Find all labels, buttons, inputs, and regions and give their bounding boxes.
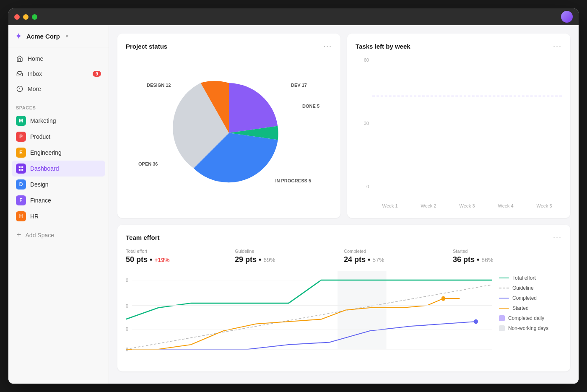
dev-label: DEV 17 bbox=[291, 83, 307, 88]
sidebar-header[interactable]: ✦ Acme Corp ▾ bbox=[8, 25, 109, 47]
bar-y-axis: 60 30 0 bbox=[356, 57, 371, 189]
week2-label: Week 2 bbox=[411, 203, 446, 208]
stat-total-effort-value: 50 pts • +19% bbox=[126, 255, 226, 264]
bar-group-week2 bbox=[411, 57, 446, 189]
legend-box-non-working bbox=[499, 325, 505, 331]
legend-non-working: Non-working days bbox=[499, 325, 562, 331]
sidebar-item-hr[interactable]: H HR bbox=[12, 208, 105, 224]
sidebar-item-design[interactable]: D Design bbox=[12, 177, 105, 192]
effort-title: Team effort bbox=[126, 234, 160, 241]
stat-guideline-value: 29 pts • 69% bbox=[235, 255, 335, 264]
design-label: Design bbox=[30, 181, 49, 188]
more-icon bbox=[16, 85, 23, 93]
sidebar-item-finance[interactable]: F Finance bbox=[12, 192, 105, 208]
sidebar-item-home[interactable]: Home bbox=[12, 52, 105, 66]
inbox-badge: 9 bbox=[93, 71, 101, 77]
legend-box-completed-daily bbox=[499, 315, 505, 321]
project-status-menu[interactable]: ··· bbox=[323, 42, 332, 51]
pie-chart-container: DEV 17 DONE 5 IN PROGRESS 5 OPEN 36 DESI bbox=[126, 57, 332, 208]
avatar[interactable] bbox=[561, 11, 573, 23]
charts-row: Project status ··· bbox=[117, 34, 570, 218]
bar-group-week4 bbox=[488, 57, 523, 189]
logo-icon: ✦ bbox=[15, 31, 22, 41]
tasks-by-week-card: Tasks left by week ··· 60 30 0 bbox=[347, 34, 570, 218]
tasks-header: Tasks left by week ··· bbox=[356, 42, 562, 51]
bar-pair-week1 bbox=[380, 57, 400, 189]
svg-line-8 bbox=[126, 285, 492, 349]
stat-started: Started 36 pts • 86% bbox=[453, 249, 562, 264]
stat-completed-value: 24 pts • 57% bbox=[344, 255, 444, 264]
finance-icon: F bbox=[16, 195, 26, 205]
svg-text:50: 50 bbox=[126, 278, 128, 283]
spaces-list: M Marketing P Product E Engineering bbox=[8, 113, 109, 224]
design-label: DESIGN 12 bbox=[147, 83, 171, 88]
legend-label-total-effort: Total effort bbox=[512, 275, 536, 281]
svg-rect-5 bbox=[19, 169, 21, 171]
stat-completed: Completed 24 pts • 57% bbox=[344, 249, 453, 264]
week3-label: Week 3 bbox=[449, 203, 485, 208]
sidebar-item-product[interactable]: P Product bbox=[12, 129, 105, 145]
week1-label: Week 1 bbox=[372, 203, 408, 208]
engineering-label: Engineering bbox=[30, 149, 62, 156]
bar-chart-area: 60 30 0 bbox=[356, 57, 562, 202]
legend-completed-daily: Completed daily bbox=[499, 315, 562, 321]
titlebar bbox=[8, 8, 579, 25]
tasks-title: Tasks left by week bbox=[356, 43, 410, 50]
inbox-icon bbox=[16, 70, 23, 78]
y-label-0: 0 bbox=[366, 184, 369, 189]
legend-label-completed: Completed bbox=[512, 295, 537, 301]
legend-label-guideline: Guideline bbox=[512, 285, 534, 291]
sidebar-item-engineering[interactable]: E Engineering bbox=[12, 145, 105, 161]
sidebar-item-inbox[interactable]: Inbox 9 bbox=[12, 67, 105, 81]
marketing-icon: M bbox=[16, 116, 26, 126]
hr-label: HR bbox=[30, 213, 39, 220]
svg-point-11 bbox=[442, 296, 446, 301]
app-window: ✦ Acme Corp ▾ Home bbox=[8, 8, 579, 384]
bar-group-week1 bbox=[372, 57, 408, 189]
legend-label-started: Started bbox=[512, 305, 529, 311]
stat-guideline-label: Guideline bbox=[235, 249, 335, 254]
sidebar-item-more[interactable]: More bbox=[12, 82, 105, 96]
tasks-menu[interactable]: ··· bbox=[553, 42, 562, 51]
stat-started-value: 36 pts • 86% bbox=[453, 255, 553, 264]
guideline bbox=[372, 96, 562, 96]
stat-total-effort-label: Total effort bbox=[126, 249, 226, 254]
svg-text:30: 30 bbox=[126, 326, 128, 332]
svg-text:20: 20 bbox=[126, 347, 128, 353]
project-status-card: Project status ··· bbox=[117, 34, 340, 218]
sidebar: ✦ Acme Corp ▾ Home bbox=[8, 25, 109, 384]
home-icon bbox=[16, 55, 23, 62]
add-space-button[interactable]: + Add Space bbox=[12, 228, 105, 242]
close-button[interactable] bbox=[14, 14, 20, 20]
main-content: Project status ··· bbox=[109, 25, 579, 384]
svg-rect-6 bbox=[21, 169, 23, 171]
legend-label-completed-daily: Completed daily bbox=[508, 315, 544, 321]
legend-completed: Completed bbox=[499, 295, 562, 301]
hr-icon: H bbox=[16, 211, 26, 221]
sidebar-item-dashboard[interactable]: Dashboard bbox=[12, 161, 105, 177]
minimize-button[interactable] bbox=[23, 14, 29, 20]
bar-pair-week3 bbox=[457, 57, 477, 189]
product-label: Product bbox=[30, 133, 50, 140]
effort-menu[interactable]: ··· bbox=[553, 233, 562, 242]
bar-group-week3 bbox=[449, 57, 485, 189]
engineering-icon: E bbox=[16, 148, 26, 158]
project-status-title: Project status bbox=[126, 43, 167, 50]
maximize-button[interactable] bbox=[32, 14, 37, 20]
chevron-down-icon: ▾ bbox=[66, 34, 68, 39]
week5-label: Week 5 bbox=[527, 203, 562, 208]
marketing-label: Marketing bbox=[30, 117, 56, 124]
effort-chart-area: 50 40 30 20 bbox=[126, 271, 562, 363]
project-status-header: Project status ··· bbox=[126, 42, 332, 51]
effort-legend: Total effort Guideline Completed St bbox=[499, 271, 562, 363]
legend-started: Started bbox=[499, 305, 562, 311]
svg-rect-9 bbox=[126, 271, 492, 349]
effort-stats: Total effort 50 pts • +19% Guideline 29 … bbox=[126, 249, 562, 264]
sidebar-item-marketing[interactable]: M Marketing bbox=[12, 113, 105, 129]
spaces-section-label: Spaces bbox=[8, 100, 109, 113]
more-label: More bbox=[28, 86, 41, 92]
line-chart-container: 50 40 30 20 bbox=[126, 271, 492, 363]
company-name: Acme Corp bbox=[26, 33, 60, 40]
product-icon: P bbox=[16, 132, 26, 142]
bar-pair-week2 bbox=[419, 57, 439, 189]
